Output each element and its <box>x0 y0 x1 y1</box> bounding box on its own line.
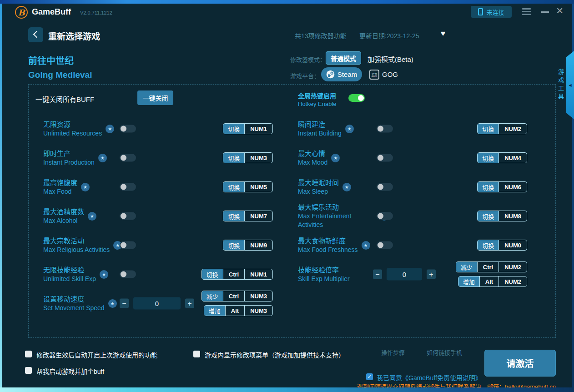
cheat-row-unlimited-skill-exp: 无限技能经验Unlimited Skill Exp ★ 切换CtrlNUM1 <box>29 260 292 289</box>
gog-icon-text2: com <box>372 75 377 77</box>
hotkey-action: 切换 <box>478 211 498 221</box>
cheat-toggle[interactable] <box>120 125 136 133</box>
hotkey-button-increase[interactable]: 增加AltNUM3 <box>204 305 273 316</box>
cheat-toggle[interactable] <box>120 183 136 191</box>
operation-steps-link[interactable]: 操作步骤 <box>381 348 405 357</box>
star-icon: ★ <box>362 241 370 250</box>
hotkey-button[interactable]: 切换NUM2 <box>477 123 527 134</box>
menu-icon[interactable] <box>522 8 531 16</box>
back-button[interactable] <box>28 27 43 42</box>
cheat-toggle[interactable] <box>377 212 393 220</box>
hotkey-action: 切换 <box>478 124 498 134</box>
value-stepper: − 0 + <box>373 268 436 281</box>
increment-button[interactable]: + <box>427 270 436 279</box>
game-title-cn: 前往中世纪 <box>28 54 74 67</box>
hotkey-action: 切换 <box>223 182 244 192</box>
cheat-row-instant-building: 瞬间建造Instant Building ★ 切换NUM2 <box>292 114 555 143</box>
link-phone-help-link[interactable]: 如何链接手机 <box>427 348 462 357</box>
game-title-en: Going Medieval <box>28 70 92 80</box>
hotkey-button[interactable]: 切换NUM1 <box>223 123 273 134</box>
cheat-name-cn: 最大娱乐活动 <box>298 203 339 211</box>
cheat-row-max-religious: 最大宗教活动Max Religious Activities ★ 切换NUM9 <box>29 231 292 260</box>
platform-gog-button[interactable]: GOG <box>382 70 398 78</box>
cheat-name-cn: 无限资源 <box>43 121 70 128</box>
cheat-toggle[interactable] <box>120 154 136 162</box>
game-tools-tab[interactable]: 游戏工具 ◀ <box>556 51 574 119</box>
decrement-button[interactable]: − <box>120 299 129 308</box>
agree-checkbox[interactable]: ✓ <box>366 373 373 380</box>
hotkey-enable-toggle[interactable] <box>348 94 365 102</box>
mode-enhanced-button[interactable]: 加强模式(Beta) <box>368 54 413 64</box>
cheats-panel: 一键关闭所有BUFF 一键关闭 全局热键启用 Hotkey Enable 无限资… <box>28 84 556 338</box>
favorite-heart-icon[interactable]: ♥ <box>441 29 445 38</box>
hotkey-button[interactable]: 切换NUM9 <box>223 240 273 251</box>
cheat-toggle[interactable] <box>377 125 393 133</box>
hotkey-button[interactable]: 切换CtrlNUM1 <box>201 269 273 280</box>
cheat-name-en: Instant Production <box>43 159 95 166</box>
hotkey-key: NUM2 <box>498 276 527 286</box>
cheat-toggle[interactable] <box>377 154 393 162</box>
game-tools-flag: ◀ <box>566 51 574 119</box>
hotkey-button-decrease[interactable]: 减少CtrlNUM3 <box>201 291 273 302</box>
cheat-name-cn: 无限技能经验 <box>43 266 84 274</box>
hotkey-button[interactable]: 切换NUM4 <box>477 152 527 163</box>
cheat-toggle[interactable] <box>120 241 136 249</box>
collapse-arrow-icon: ◀ <box>569 83 571 87</box>
hotkey-key: NUM3 <box>244 306 272 316</box>
cheat-name-cn: 即时生产 <box>43 150 70 157</box>
gog-icon[interactable]: gog com <box>369 70 379 80</box>
cheat-name-en: Max Sleep <box>298 188 328 195</box>
launch-game-checkbox[interactable] <box>25 367 32 374</box>
ingame-menu-checkbox[interactable] <box>193 351 200 357</box>
cheat-name-en: Unlimited Resources <box>43 130 102 137</box>
cheat-name-cn: 最大心情 <box>298 150 325 157</box>
cheat-name-cn: 最大宗教活动 <box>43 237 84 245</box>
hotkey-action: 减少 <box>456 262 477 272</box>
auto-enable-checkbox[interactable] <box>25 351 32 357</box>
hotkey-button-decrease[interactable]: 减少CtrlNUM2 <box>456 261 527 272</box>
cheat-row-instant-production: 即时生产Instant Production ★ 切换NUM3 <box>29 143 292 172</box>
hotkey-button[interactable]: 切换NUM8 <box>477 211 527 221</box>
decrement-button[interactable]: − <box>373 270 382 279</box>
activate-button[interactable]: 请激活 <box>484 350 556 377</box>
hotkey-button[interactable]: 切换NUM3 <box>223 152 273 163</box>
hotkey-key: NUM4 <box>498 153 527 163</box>
auto-enable-label[interactable]: 修改器生效后自动开启上次游戏使用的功能 <box>36 350 157 359</box>
cheat-name-en: Max Alcohol <box>43 217 77 224</box>
cheat-name-en: Max Food <box>43 188 71 195</box>
hotkey-button[interactable]: 切换NUM7 <box>223 211 273 221</box>
increment-button[interactable]: + <box>185 299 194 308</box>
cheat-name-cn: 最大睡眠时间 <box>298 179 339 186</box>
cheat-row-max-entertainment: 最大娱乐活动Max Entertainment Activities ★ 切换N… <box>292 201 555 231</box>
close-icon[interactable]: × <box>556 4 563 17</box>
hotkey-button-increase[interactable]: 增加AltNUM2 <box>458 276 527 287</box>
cheat-name-cn: 最大食物新鲜度 <box>298 237 346 245</box>
hotkey-key: NUM5 <box>244 182 272 192</box>
cheat-row-max-food: 最高饱腹度Max Food ★ 切换NUM5 <box>29 172 292 201</box>
platform-steam-button[interactable]: Steam <box>321 67 362 81</box>
cheat-toggle[interactable] <box>377 241 393 249</box>
cheat-name-cn: 最高饱腹度 <box>43 179 77 186</box>
mode-normal-button[interactable]: 普通模式 <box>326 51 361 65</box>
cheat-name-en: Instant Building <box>298 130 342 137</box>
value-stepper: − 0 + <box>120 297 194 310</box>
master-off-button[interactable]: 一键关闭 <box>137 90 173 105</box>
value-field[interactable]: 0 <box>387 268 422 281</box>
cheat-toggle[interactable] <box>120 212 136 220</box>
minimize-button[interactable] <box>541 11 549 13</box>
phone-connect-button[interactable]: 未连接 <box>471 6 512 18</box>
hotkey-key: NUM9 <box>244 240 272 250</box>
ingame-menu-label[interactable]: 游戏内显示修改项菜单（游戏加加提供技术支持） <box>205 350 345 359</box>
launch-game-label[interactable]: 帮我启动游戏并加个buff <box>36 367 104 376</box>
value-field[interactable]: 0 <box>133 297 181 310</box>
hotkey-key: NUM8 <box>498 211 527 221</box>
hotkey-button[interactable]: 切换NUM0 <box>477 240 527 251</box>
window-frame-top <box>0 0 574 4</box>
cheat-name-en: Max Religious Activities <box>43 246 110 253</box>
cheat-toggle[interactable] <box>377 183 393 191</box>
hotkey-button[interactable]: 切换NUM5 <box>223 181 273 192</box>
cheat-toggle[interactable] <box>120 271 136 278</box>
hotkey-key: Ctrl <box>223 291 244 301</box>
agree-label[interactable]: 我已同意《GameBuff免责使用说明》 <box>377 373 482 382</box>
hotkey-button[interactable]: 切换NUM6 <box>477 181 527 192</box>
